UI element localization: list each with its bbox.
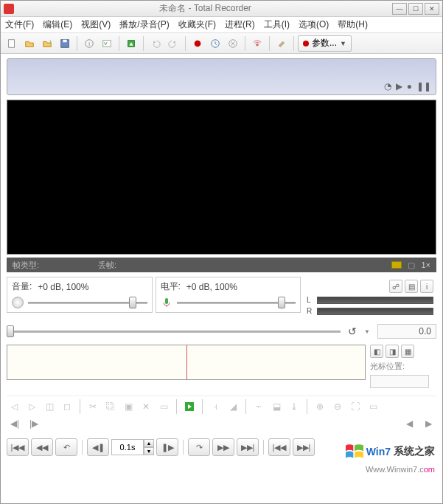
main-toolbar: i 参数... ▼ bbox=[1, 33, 442, 54]
zoom-sel-icon[interactable]: ▭ bbox=[366, 399, 380, 414]
zoom-fit-icon[interactable]: ⛶ bbox=[348, 399, 363, 414]
fade-icon[interactable]: ◢ bbox=[226, 399, 240, 414]
open-icon[interactable] bbox=[21, 35, 38, 52]
play-indicator-icon[interactable]: ▶ bbox=[396, 81, 402, 92]
save-sel-icon[interactable]: ⬓ bbox=[269, 399, 284, 414]
record-icon[interactable] bbox=[189, 35, 206, 52]
menubar: 文件(F) 编辑(E) 视图(V) 播放/录音(P) 收藏夹(F) 进程(R) … bbox=[1, 17, 442, 33]
step-size-input[interactable] bbox=[111, 439, 144, 455]
position-slider[interactable] bbox=[7, 325, 341, 338]
wave-tool-2-icon[interactable]: ◨ bbox=[386, 345, 399, 358]
broadcast-icon[interactable] bbox=[249, 35, 265, 52]
menu-edit[interactable]: 编辑(E) bbox=[43, 18, 72, 31]
redo-icon[interactable] bbox=[165, 35, 181, 52]
meter-right-label: R bbox=[307, 307, 314, 315]
menu-options[interactable]: 选项(O) bbox=[299, 18, 329, 31]
cut-icon[interactable]: ✂ bbox=[86, 399, 100, 414]
recent-icon[interactable] bbox=[39, 35, 55, 52]
mixer-icon[interactable] bbox=[123, 35, 139, 52]
loop-icon[interactable]: ↺ bbox=[348, 325, 357, 337]
goto-end-button[interactable]: ▶▶| bbox=[237, 438, 259, 456]
edit-toolbar: ◁ ▷ ◫ ◻ ✂ ⿻ ▣ ✕ ▭ ⫞ ◢ ⫟ ⬓ ⤓ ⊕ ⊖ ⛶ ▭ bbox=[7, 396, 436, 413]
delete-icon[interactable]: ✕ bbox=[139, 399, 153, 414]
step-fwd-button[interactable]: ❚▶ bbox=[156, 438, 178, 456]
menu-view[interactable]: 视图(V) bbox=[81, 18, 111, 31]
stop-all-icon[interactable] bbox=[225, 35, 241, 52]
prev-track-button[interactable]: |◀◀ bbox=[268, 438, 290, 456]
step-up-button[interactable]: ▲ bbox=[144, 439, 154, 447]
goto-start-button[interactable]: |◀◀ bbox=[7, 438, 29, 456]
meter-opts-icon[interactable]: ▤ bbox=[405, 280, 418, 293]
minimize-button[interactable]: — bbox=[392, 3, 407, 15]
meter-left bbox=[317, 297, 433, 304]
frame-type-label: 帧类型: bbox=[13, 260, 39, 271]
scroll-left-icon[interactable]: ◀ bbox=[401, 416, 417, 431]
close-button[interactable]: ✕ bbox=[425, 3, 439, 15]
svg-point-7 bbox=[195, 40, 201, 46]
meter-link-icon[interactable]: ☍ bbox=[389, 280, 402, 293]
step-back-button[interactable]: ◀❚ bbox=[87, 438, 109, 456]
record-indicator-icon[interactable]: ● bbox=[407, 81, 412, 92]
next-track-button[interactable]: ▶▶| bbox=[293, 438, 315, 456]
svg-rect-0 bbox=[9, 39, 15, 47]
rewind-button[interactable]: ◀◀ bbox=[31, 438, 53, 456]
jump-fwd-button[interactable]: ↷ bbox=[188, 438, 210, 456]
menu-fav[interactable]: 收藏夹(F) bbox=[178, 18, 216, 31]
tag-icon[interactable] bbox=[99, 35, 115, 52]
zoom-out-icon[interactable]: ⊖ bbox=[330, 399, 345, 414]
step-down-button[interactable]: ▼ bbox=[144, 447, 154, 455]
jump-back-button[interactable]: ↶ bbox=[55, 438, 77, 456]
level-slider[interactable] bbox=[177, 296, 296, 309]
paste-icon[interactable]: ▣ bbox=[121, 399, 136, 414]
sel-end-icon[interactable]: ▷ bbox=[24, 399, 39, 414]
ffwd-button[interactable]: ▶▶ bbox=[212, 438, 234, 456]
svg-rect-2 bbox=[63, 39, 66, 42]
pause-indicator-icon[interactable]: ❚❚ bbox=[416, 81, 431, 92]
schedule-icon[interactable] bbox=[207, 35, 223, 52]
params-label: 参数... bbox=[312, 37, 337, 49]
copy-icon[interactable]: ⿻ bbox=[103, 399, 118, 414]
nav-next-icon[interactable]: |▶ bbox=[26, 416, 42, 431]
scroll-right-icon[interactable]: ▶ bbox=[420, 416, 436, 431]
undo-icon[interactable] bbox=[147, 35, 164, 52]
zoom-level: 1× bbox=[421, 260, 430, 269]
menu-play-rec[interactable]: 播放/录音(P) bbox=[119, 18, 169, 31]
monitor-icon[interactable]: ▢ bbox=[408, 260, 415, 270]
menu-file[interactable]: 文件(F) bbox=[5, 18, 34, 31]
status-lamp-icon bbox=[391, 261, 402, 269]
waveform-area[interactable] bbox=[7, 345, 366, 380]
record-dot-icon bbox=[303, 41, 309, 46]
microphone-icon bbox=[161, 297, 172, 308]
sel-none-icon[interactable]: ◻ bbox=[60, 399, 74, 414]
nav-prev-icon[interactable]: ◀| bbox=[7, 416, 23, 431]
settings-icon[interactable] bbox=[273, 35, 290, 52]
wave-tool-3-icon[interactable]: ▦ bbox=[401, 345, 414, 358]
export-icon[interactable]: ⤓ bbox=[287, 399, 301, 414]
crop-icon[interactable]: ▭ bbox=[156, 399, 171, 414]
svg-rect-5 bbox=[103, 40, 111, 46]
sel-start-icon[interactable]: ◁ bbox=[7, 399, 21, 414]
drop-frames-label: 丢帧: bbox=[98, 260, 116, 271]
zoom-in-icon[interactable]: ⊕ bbox=[313, 399, 327, 414]
marker-play-icon[interactable] bbox=[182, 399, 197, 414]
sel-all-icon[interactable]: ◫ bbox=[42, 399, 57, 414]
watermark-url: Www.Winwin7.com bbox=[366, 465, 435, 474]
cursor-pos-value bbox=[370, 375, 429, 388]
svg-point-10 bbox=[256, 44, 259, 46]
params-dropdown[interactable]: 参数... ▼ bbox=[298, 35, 352, 52]
info-icon[interactable]: i bbox=[81, 35, 97, 52]
normalize-icon[interactable]: ⫞ bbox=[208, 399, 223, 414]
save-icon[interactable] bbox=[57, 35, 73, 52]
wave-tool-1-icon[interactable]: ◧ bbox=[370, 345, 383, 358]
level-label: 电平: bbox=[161, 280, 181, 293]
clock-icon[interactable]: ◔ bbox=[384, 81, 391, 92]
menu-tools[interactable]: 工具(I) bbox=[264, 18, 290, 31]
meter-info-icon[interactable]: i bbox=[420, 280, 433, 293]
volume-slider[interactable] bbox=[28, 296, 147, 309]
new-icon[interactable] bbox=[4, 35, 20, 52]
menu-process[interactable]: 进程(R) bbox=[225, 18, 255, 31]
volume-knob[interactable] bbox=[12, 297, 24, 308]
split-icon[interactable]: ⫟ bbox=[251, 399, 266, 414]
maximize-button[interactable]: ☐ bbox=[408, 3, 423, 15]
menu-help[interactable]: 帮助(H) bbox=[338, 18, 368, 31]
